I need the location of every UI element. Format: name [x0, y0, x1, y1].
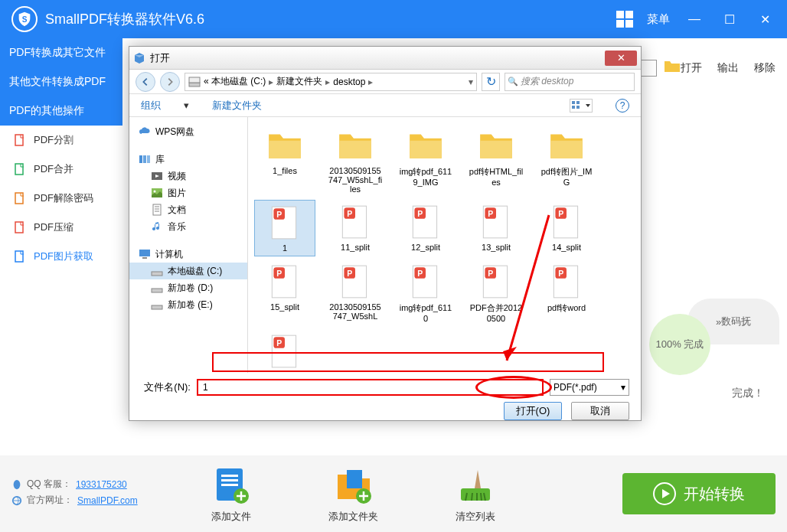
svg-rect-33	[152, 305, 162, 309]
nav-forward-button[interactable]	[160, 72, 180, 92]
titlebar: S SmallPDF转换器软件V6.6 菜单 — ☐ ✕	[0, 0, 787, 38]
drive-icon	[151, 282, 163, 294]
tree-docs[interactable]: 文档	[129, 201, 247, 218]
tree-library[interactable]: 库	[129, 151, 247, 168]
dialog-close-button[interactable]: ✕	[605, 51, 637, 66]
file-item[interactable]: Ppdf转word	[536, 259, 597, 326]
svg-rect-16	[189, 83, 200, 86]
search-input[interactable]: 搜索 desktop	[505, 73, 635, 91]
status-done: 完成！	[732, 387, 764, 400]
add-file-icon	[211, 464, 252, 505]
tree-cdrive[interactable]: 本地磁盘 (C:)	[129, 263, 247, 279]
svg-rect-22	[139, 155, 142, 163]
svg-text:P: P	[417, 210, 423, 218]
sidebar-header-2[interactable]: 其他文件转换成PDF	[0, 67, 122, 96]
docs-icon	[151, 204, 163, 216]
file-item[interactable]: P14_split	[536, 200, 597, 256]
svg-rect-18	[572, 101, 575, 104]
svg-rect-1	[15, 135, 23, 145]
start-convert-button[interactable]: 开始转换	[622, 473, 776, 514]
close-button[interactable]: ✕	[754, 8, 776, 30]
site-link[interactable]: SmallPDF.com	[77, 495, 138, 506]
sidebar: PDF转换成其它文件 其他文件转换成PDF PDF的其他操作 PDF分割 PDF…	[0, 38, 122, 455]
pdf-icon	[14, 250, 26, 263]
filetype-select[interactable]: PDF(*.pdf)	[550, 379, 629, 396]
sidebar-item-split[interactable]: PDF分割	[0, 126, 122, 155]
tree-computer[interactable]: 计算机	[129, 246, 247, 263]
status-panel: » 数码抚 100% 完成 完成！	[642, 253, 779, 406]
tree-music[interactable]: 音乐	[129, 218, 247, 235]
file-item[interactable]: P11_split	[325, 200, 386, 256]
minimize-button[interactable]: —	[684, 8, 705, 30]
organize-menu[interactable]: 组织	[141, 99, 161, 113]
file-item[interactable]: P微信截图20100512	[254, 329, 315, 373]
breadcrumb[interactable]: « 本地磁盘 (C:)▸ 新建文件夹▸ desktop▸ ▾	[185, 73, 477, 91]
file-item[interactable]: pdf转图片_IMG	[536, 123, 597, 197]
file-item[interactable]: pdf转HTML_files	[465, 123, 527, 197]
dialog-icon	[133, 52, 145, 64]
sidebar-item-compress[interactable]: PDF压缩	[0, 213, 122, 242]
file-item[interactable]: P12_split	[395, 200, 456, 256]
clear-list-button[interactable]: 清空列表	[455, 464, 496, 524]
sidebar-header-3[interactable]: PDF的其他操作	[0, 96, 122, 126]
menu-grid-icon[interactable]	[616, 11, 633, 28]
svg-rect-21	[576, 106, 580, 109]
svg-text:P: P	[558, 269, 563, 278]
support-info: QQ 客服：1933175230 官方网址：SmallPDF.com	[0, 478, 172, 510]
svg-text:P: P	[558, 210, 563, 218]
sidebar-item-unlock[interactable]: PDF解除密码	[0, 184, 122, 213]
tree-wps[interactable]: WPS网盘	[129, 123, 247, 140]
view-mode-button[interactable]	[570, 99, 593, 113]
svg-text:P: P	[276, 269, 282, 278]
nav-back-button[interactable]	[136, 72, 155, 92]
svg-rect-17	[189, 77, 200, 83]
app-title: SmallPDF转换器软件V6.6	[45, 10, 616, 28]
dialog-footer: 文件名(N): PDF(*.pdf) 打开(O) 取消	[129, 373, 641, 419]
filename-label: 文件名(N):	[141, 380, 191, 394]
tree-video[interactable]: 视频	[129, 168, 247, 184]
file-item[interactable]: Pimg转pdf_6110	[395, 259, 456, 326]
new-folder-button[interactable]: 新建文件夹	[212, 99, 262, 113]
dialog-cancel-button[interactable]: 取消	[571, 402, 629, 420]
tree-image[interactable]: 图片	[129, 184, 247, 201]
menu-label[interactable]: 菜单	[647, 12, 670, 27]
tree-edrive[interactable]: 新加卷 (E:)	[129, 296, 247, 313]
svg-rect-29	[139, 250, 150, 256]
sidebar-item-extract-images[interactable]: PDF图片获取	[0, 242, 122, 271]
add-folder-icon	[333, 464, 374, 505]
file-item[interactable]: P13_split	[465, 200, 527, 256]
add-file-button[interactable]: 添加文件	[211, 464, 252, 524]
file-item[interactable]: 20130509155747_W5shL_files	[325, 123, 386, 197]
svg-rect-3	[15, 193, 23, 204]
pdf-icon	[14, 163, 26, 175]
file-item[interactable]: PPDF合并20120500	[465, 259, 527, 326]
file-item[interactable]: P1	[254, 200, 315, 256]
svg-point-6	[14, 479, 21, 488]
file-item[interactable]: 1_files	[254, 123, 315, 197]
file-item[interactable]: P20130509155747_W5shL	[325, 259, 386, 326]
svg-rect-5	[15, 251, 23, 262]
file-item[interactable]: img转pdf_6119_IMG	[395, 123, 456, 197]
progress-circle: 100% 完成	[649, 314, 710, 375]
add-folder-button[interactable]: 添加文件夹	[328, 464, 378, 524]
sidebar-item-merge[interactable]: PDF合并	[0, 155, 122, 184]
refresh-button[interactable]: ↻	[482, 73, 500, 91]
help-button[interactable]: ?	[616, 99, 629, 113]
filename-input[interactable]	[197, 379, 544, 396]
svg-rect-23	[143, 155, 146, 163]
pdf-icon	[14, 192, 26, 204]
dialog-open-button[interactable]: 打开(O)	[504, 402, 562, 420]
bottom-bar: QQ 客服：1933175230 官方网址：SmallPDF.com 添加文件 …	[0, 455, 787, 532]
file-item[interactable]: P15_split	[254, 259, 315, 326]
qq-link[interactable]: 1933175230	[76, 479, 127, 490]
sidebar-header-1[interactable]: PDF转换成其它文件	[0, 38, 122, 67]
toolbar-open[interactable]: 打开	[681, 61, 702, 75]
tree-ddrive[interactable]: 新加卷 (D:)	[129, 279, 247, 296]
toolbar-output[interactable]: 输出	[717, 61, 739, 75]
music-icon	[151, 220, 163, 233]
toolbar-remove[interactable]: 移除	[754, 61, 776, 75]
svg-text:P: P	[276, 339, 282, 348]
maximize-button[interactable]: ☐	[719, 8, 740, 30]
folder-icon[interactable]	[663, 58, 681, 73]
svg-rect-28	[153, 204, 161, 215]
